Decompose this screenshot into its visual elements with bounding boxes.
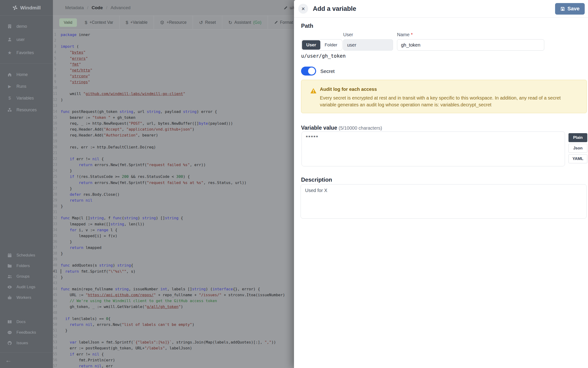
toolbar-button-label: +Variable: [130, 20, 147, 25]
code-text: var labelJson = fmt.Sprintf(`{"labels":[…: [61, 339, 276, 345]
windmill-app: Windmill demouser★Favorites Home▶Runs$Va…: [0, 0, 588, 368]
format-button-plain[interactable]: Plain: [569, 133, 587, 142]
line-number: 56: [53, 357, 61, 363]
sidebar-item-label: demo: [17, 24, 27, 29]
code-text: }: [61, 239, 72, 245]
description-textarea[interactable]: Used for X: [301, 184, 587, 219]
sidebar-item-label: Audit Logs: [17, 285, 35, 289]
format-button-yaml[interactable]: YAML: [569, 154, 587, 163]
folder-icon: [7, 263, 13, 268]
line-number: 8: [53, 73, 61, 79]
sidebar-item-audit-logs[interactable]: Audit Logs: [0, 282, 53, 292]
code-text: // We're using the Windmill client to ge…: [61, 298, 217, 304]
code-text: return lmapped: [61, 245, 101, 251]
toolbar-button-context-var[interactable]: $+Context Var: [79, 16, 119, 29]
character-counter: (5/10000 characters): [339, 125, 382, 131]
sidebar-item-user[interactable]: user: [0, 33, 53, 46]
name-field-label: Name *: [397, 32, 413, 37]
code-text: import (: [61, 44, 79, 49]
owner-option-user[interactable]: User: [302, 40, 320, 50]
code-text: req.Header.Add("Accept", "application/vn…: [61, 126, 194, 132]
eye-icon: [7, 285, 13, 290]
variable-value-textarea[interactable]: *****: [301, 131, 565, 166]
sidebar-item-label: Issues: [17, 341, 28, 345]
sidebar-item-favorites[interactable]: ★Favorites: [0, 46, 53, 59]
line-number: 22: [53, 156, 61, 162]
code-text: }: [61, 328, 67, 333]
sidebar-divider: [0, 352, 53, 353]
user-field-label: User: [343, 32, 353, 37]
sidebar-item-schedules[interactable]: Schedules: [0, 250, 53, 260]
line-number: 5: [53, 55, 61, 61]
toolbar-button-reset[interactable]: ↺Reset: [193, 16, 222, 29]
code-text: "errors": [61, 55, 88, 61]
toolbar-button-assistant[interactable]: ↻Assistant(Go): [222, 16, 268, 29]
code-text: return errors.New(fmt.Sprintf("request f…: [61, 162, 206, 168]
sidebar-item-runs[interactable]: ▶Runs: [0, 81, 53, 92]
code-text: "strconv": [61, 73, 90, 79]
line-number: 2: [53, 38, 61, 44]
sidebar-item-variables[interactable]: $Variables: [0, 92, 53, 104]
sidebar-item-resources[interactable]: Resources: [0, 104, 53, 116]
code-text: }: [61, 274, 63, 280]
close-icon[interactable]: ×: [298, 4, 308, 14]
code-text: }: [61, 251, 63, 257]
code-text: res, err := http.DefaultClient.Do(req): [61, 144, 156, 150]
variable-name-input[interactable]: [397, 39, 544, 51]
collapse-sidebar-button[interactable]: ←: [5, 357, 11, 364]
sidebar-divider: [0, 64, 53, 64]
line-number: 6: [53, 61, 61, 67]
audit-warning-body: Every secret is encrypted at rest and in…: [320, 95, 576, 108]
save-button[interactable]: Save: [555, 3, 585, 15]
sidebar-item-folders[interactable]: Folders: [0, 260, 53, 271]
line-number: 33: [53, 221, 61, 227]
line-number: 34: [53, 227, 61, 233]
code-text: func addQuotes(s string) string{: [61, 262, 133, 268]
user-input[interactable]: [343, 39, 393, 51]
line-number: 49: [53, 316, 61, 322]
line-number: 30: [53, 203, 61, 209]
toggle-knob: [308, 67, 315, 74]
line-number: 15: [53, 115, 61, 120]
code-text: lmapped[i] = f(v): [61, 233, 117, 239]
line-number: 42: [53, 274, 61, 280]
owner-option-folder[interactable]: Folder: [320, 40, 342, 50]
full-path-text: u/user/gh_token: [301, 53, 346, 59]
secret-toggle[interactable]: [301, 67, 316, 75]
line-number: 52: [53, 333, 61, 339]
sidebar-item-groups[interactable]: Groups: [0, 271, 53, 282]
code-text: return nil, err: [61, 363, 113, 368]
play-icon: ▶: [7, 84, 13, 89]
drawer-header: × Add a variable Save: [294, 0, 588, 18]
valid-status-badge: Valid: [59, 18, 77, 27]
tab-metadata[interactable]: Metadata: [65, 5, 84, 10]
toolbar-button-resource[interactable]: +Resource: [154, 16, 193, 29]
sidebar-item-label: Favorites: [17, 50, 34, 55]
line-number: 1: [53, 32, 61, 38]
sidebar-item-feedbacks[interactable]: Feedbacks: [0, 327, 53, 338]
cubes-icon: [7, 107, 13, 112]
sidebar-item-label: Variables: [17, 96, 34, 101]
code-text: req, _ := http.NewRequest("POST", url, b…: [61, 120, 233, 126]
format-button-json[interactable]: Json: [569, 144, 587, 153]
toolbar-button-variable[interactable]: $+Variable: [119, 16, 154, 29]
sidebar-item-label: Resources: [17, 108, 37, 112]
code-text: return errors.New(fmt.Sprintf("request f…: [61, 180, 246, 186]
sidebar-item-demo[interactable]: demo: [0, 20, 53, 33]
sidebar-item-docs[interactable]: Docs: [0, 316, 53, 327]
breadcrumb-separator: /: [87, 5, 88, 10]
sidebar-item-workers[interactable]: Workers: [0, 292, 53, 303]
path-section-heading: Path: [301, 23, 313, 29]
sidebar-main-group: Home▶Runs$VariablesResources: [0, 69, 53, 116]
code-text: return nil, errors.New("list of labels c…: [61, 322, 194, 328]
tab-advanced[interactable]: Advanced: [110, 5, 131, 10]
breadcrumb-separator: /: [106, 5, 107, 10]
warning-icon: [310, 88, 317, 94]
tab-code[interactable]: Code: [92, 5, 103, 10]
line-number: 18: [53, 132, 61, 138]
sidebar-item-home[interactable]: Home: [0, 69, 53, 81]
sidebar-item-label: Groups: [17, 274, 30, 279]
line-number: 46: [53, 298, 61, 304]
code-text: ): [61, 97, 63, 103]
sidebar-item-issues[interactable]: Issues: [0, 338, 53, 348]
